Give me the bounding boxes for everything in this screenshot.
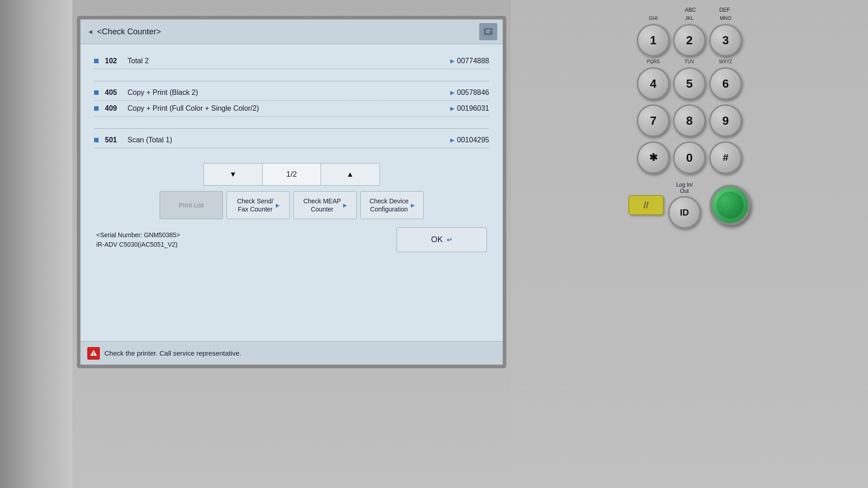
key-4[interactable]: 4 xyxy=(637,67,670,100)
keypad-keys-row2[interactable]: 4 5 6 xyxy=(637,67,742,100)
warning-icon xyxy=(87,347,100,360)
serial-info: <Serial Number: GNM50385> iR-ADV C5030(i… xyxy=(96,230,180,249)
screen-content: 102 Total 2 ▶ 00774888 405 Copy + P xyxy=(80,44,503,341)
check-meap-button[interactable]: Check MEAPCounter ▶ xyxy=(293,191,357,219)
value-arrow: ▶ xyxy=(450,58,454,64)
counter-bullet xyxy=(94,59,99,63)
keypad-labels-row2: PQRS TUV WXYZ xyxy=(637,59,742,65)
key-2[interactable]: 2 xyxy=(673,24,706,56)
counter-label-102: Total 2 xyxy=(127,57,450,65)
key-star[interactable]: ✱ xyxy=(637,141,670,174)
svg-point-4 xyxy=(93,354,94,355)
start-button[interactable] xyxy=(710,185,750,225)
check-send-fax-button[interactable]: Check Send/Fax Counter ▶ xyxy=(226,191,290,219)
counter-value-501: ▶ 00104295 xyxy=(450,136,489,144)
svg-rect-1 xyxy=(486,30,491,31)
key-9[interactable]: 9 xyxy=(709,104,742,137)
counter-id-405: 405 xyxy=(105,89,127,97)
label-def: DEF xyxy=(709,7,740,13)
action-buttons: Print List Check Send/Fax Counter ▶ Chec… xyxy=(94,191,489,219)
counter-section-2: 405 Copy + Print (Black 2) ▶ 00578846 40… xyxy=(94,85,489,117)
svg-rect-2 xyxy=(486,32,489,33)
divider-1 xyxy=(94,81,489,81)
keypad-keys-row4[interactable]: ✱ 0 # xyxy=(637,141,742,174)
login-section: // Log In/Out ID xyxy=(628,182,750,229)
key-label-tuv: TUV xyxy=(673,59,706,65)
counter-label-409: Copy + Print (Full Color + Single Color/… xyxy=(127,104,450,113)
counter-bullet-405 xyxy=(94,90,99,95)
id-label: ID xyxy=(680,207,689,218)
machine-left-bezel xyxy=(0,0,72,488)
pagination: ▼ 1/2 ▲ xyxy=(94,163,489,186)
key-0[interactable]: 0 xyxy=(673,141,706,174)
check-send-fax-label: Check Send/Fax Counter xyxy=(237,197,273,213)
counter-bullet-409 xyxy=(94,106,99,111)
key-3[interactable]: 3 xyxy=(709,24,742,56)
device-screen: ◄ <Check Counter> 102 xyxy=(77,16,506,368)
value-arrow-405: ▶ xyxy=(450,89,454,96)
page-down-button[interactable]: ▼ xyxy=(203,163,262,186)
counter-value-409: ▶ 00196031 xyxy=(450,104,489,113)
status-message: Check the printer. Call service represen… xyxy=(104,349,241,357)
check-device-config-button[interactable]: Check DeviceConfiguration ▶ xyxy=(360,191,424,219)
serial-number: <Serial Number: GNM50385> xyxy=(96,230,180,240)
ok-return-icon: ↵ xyxy=(447,235,453,244)
counter-value-405: ▶ 00578846 xyxy=(450,89,489,97)
counter-bullet-501 xyxy=(94,138,99,142)
key-label-pqrs: PQRS xyxy=(637,59,670,65)
counter-row-501: 501 Scan (Total 1) ▶ 00104295 xyxy=(94,132,489,148)
value-arrow-409: ▶ xyxy=(450,105,454,112)
key-label-wxyz: WXYZ xyxy=(709,59,742,65)
ok-label: OK xyxy=(431,235,443,244)
divider-2 xyxy=(94,128,489,129)
device-arrow: ▶ xyxy=(411,202,415,208)
status-bar: Check the printer. Call service represen… xyxy=(80,341,503,365)
back-arrow: ◄ xyxy=(87,28,94,35)
ok-button[interactable]: OK ↵ xyxy=(396,227,487,252)
key-label-ghi: GHI xyxy=(637,15,670,22)
page-up-button[interactable]: ▲ xyxy=(321,163,380,186)
counter-id-102: 102 xyxy=(105,57,127,65)
key-1[interactable]: 1 xyxy=(637,24,670,56)
counter-row-409: 409 Copy + Print (Full Color + Single Co… xyxy=(94,101,489,117)
counter-id-501: 501 xyxy=(105,136,127,144)
key-label-mno: MNO xyxy=(709,15,742,22)
clear-icon: // xyxy=(643,200,648,211)
check-device-label: Check DeviceConfiguration xyxy=(369,197,408,213)
keypad-keys-row3[interactable]: 7 8 9 xyxy=(637,104,742,137)
model-name: iR-ADV C5030(iAC5051_V2) xyxy=(96,240,180,249)
counter-value-102: ▶ 00774888 xyxy=(450,57,489,65)
counter-row-405: 405 Copy + Print (Black 2) ▶ 00578846 xyxy=(94,85,489,101)
keypad-keys-row1[interactable]: 1 2 3 xyxy=(637,24,742,56)
login-label: Log In/Out xyxy=(676,182,693,194)
key-6[interactable]: 6 xyxy=(709,67,742,100)
keypad-section: ABC DEF GHI JKL MNO 1 2 3 PQRS TUV WXYZ … xyxy=(511,0,868,488)
counter-section: 102 Total 2 ▶ 00774888 xyxy=(94,53,489,69)
screen-title: <Check Counter> xyxy=(97,27,161,37)
clear-button[interactable]: // xyxy=(628,195,664,215)
key-7[interactable]: 7 xyxy=(637,104,670,137)
id-button[interactable]: ID xyxy=(668,196,701,229)
down-arrow-icon: ▼ xyxy=(230,170,237,178)
top-labels-row: ABC DEF xyxy=(520,7,859,13)
value-arrow-501: ▶ xyxy=(450,137,454,143)
print-list-button[interactable]: Print List xyxy=(160,191,223,219)
screen-area: ◄ <Check Counter> 102 xyxy=(72,0,511,488)
key-5[interactable]: 5 xyxy=(673,67,706,100)
counter-label-501: Scan (Total 1) xyxy=(127,136,450,144)
keypad-row1: GHI JKL MNO xyxy=(637,15,742,22)
print-list-label: Print List xyxy=(179,201,203,209)
label-abc: ABC xyxy=(675,7,706,13)
bottom-row: <Serial Number: GNM50385> iR-ADV C5030(i… xyxy=(94,224,489,256)
counter-id-409: 409 xyxy=(105,104,127,113)
meap-arrow: ▶ xyxy=(343,202,347,208)
key-8[interactable]: 8 xyxy=(673,104,706,137)
key-label-jkl: JKL xyxy=(673,15,706,22)
send-fax-arrow: ▶ xyxy=(276,202,279,208)
counter-label-405: Copy + Print (Black 2) xyxy=(127,89,450,97)
key-hash[interactable]: # xyxy=(709,141,742,174)
screen-top-bar: ◄ <Check Counter> xyxy=(80,19,503,44)
svg-rect-3 xyxy=(93,352,94,354)
counter-section-3: 501 Scan (Total 1) ▶ 00104295 xyxy=(94,132,489,148)
start-inner-circle xyxy=(717,192,744,219)
